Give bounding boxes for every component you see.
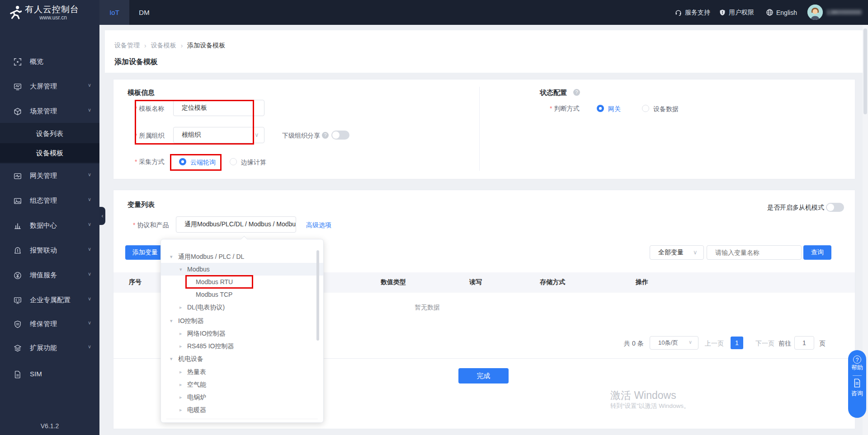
next-page-button[interactable]: 下一页	[755, 340, 774, 348]
tree-item-electromechanical[interactable]: 机电设备	[161, 352, 323, 365]
header-language[interactable]: English	[766, 0, 797, 25]
tree-item-dl-protocol[interactable]: DL(电表协议)	[161, 301, 323, 313]
tree-item-air-energy[interactable]: 空气能	[161, 378, 323, 391]
page-scrollbar-thumb[interactable]	[863, 28, 867, 114]
column-header-index: 序号	[129, 278, 142, 286]
sidebar-item-data-center[interactable]: 数据中心 ∨	[0, 216, 99, 236]
dropdown-scrollbar-thumb[interactable]	[316, 250, 319, 341]
header-service-support[interactable]: 服务支持	[675, 0, 710, 25]
share-toggle[interactable]	[331, 131, 349, 140]
tab-dm[interactable]: DM	[129, 0, 159, 25]
required-asterisk: *	[550, 105, 552, 112]
sidebar-item-bigscreen[interactable]: 大屏管理 ∨	[0, 77, 99, 97]
cube-icon	[14, 108, 22, 116]
radio-gateway-label[interactable]: 网关	[608, 105, 621, 113]
header-language-label: English	[776, 9, 797, 16]
document-icon[interactable]	[853, 379, 861, 388]
sidebar-item-alarm[interactable]: 报警联动 ∨	[0, 241, 99, 261]
goto-page-input[interactable]	[794, 336, 814, 350]
template-name-input[interactable]	[173, 100, 264, 116]
sidebar-item-configuration[interactable]: 组态管理 ∨	[0, 191, 99, 211]
sidebar-item-device-template[interactable]: 设备模板	[0, 143, 99, 163]
breadcrumb-device-template[interactable]: 设备模板	[151, 42, 176, 50]
caret-right-icon	[179, 327, 182, 340]
search-button[interactable]: 查询	[803, 245, 831, 260]
caret-down-icon	[170, 314, 173, 327]
share-help-icon[interactable]: ?	[322, 132, 329, 139]
breadcrumb-band: 设备管理 › 设备模板 › 添加设备模板	[105, 30, 863, 73]
tree-item-electric-boiler[interactable]: 电锅炉	[161, 391, 323, 403]
prev-page-button[interactable]: 上一页	[705, 340, 724, 348]
sidebar-item-extension[interactable]: 扩展功能 ∨	[0, 338, 99, 358]
radio-edge-computing[interactable]	[230, 158, 237, 165]
chevron-down-icon: ∨	[88, 221, 91, 227]
tab-iot[interactable]: IoT	[99, 0, 129, 25]
radio-cloud-polling-label[interactable]: 云端轮询	[190, 159, 216, 167]
radio-device-data-label[interactable]: 设备数据	[653, 105, 679, 113]
done-button[interactable]: 完成	[458, 368, 509, 384]
protocol-select[interactable]: 通用Modbus/PLC/DL / Modbus / Modbus RTU	[176, 216, 296, 233]
sidebar-submenu: 设备列表 设备模板	[0, 123, 99, 164]
tree-item-general-modbus[interactable]: 通用Modbus / PLC / DL	[161, 250, 323, 263]
required-asterisk: *	[135, 158, 137, 165]
bell-icon	[14, 247, 22, 255]
sidebar-item-enterprise[interactable]: 企业专属配置 ∨	[0, 290, 99, 310]
yen-circle-icon	[14, 271, 22, 280]
radio-edge-computing-label[interactable]: 边缘计算	[241, 159, 266, 167]
column-header-read-write: 读写	[469, 278, 482, 286]
tree-item-network-io[interactable]: 网络IO控制器	[161, 327, 323, 340]
avatar-image	[807, 5, 823, 20]
sidebar-item-device-list[interactable]: 设备列表	[0, 124, 99, 143]
page-size-select[interactable]: 10条/页	[650, 336, 698, 350]
multi-slave-toggle[interactable]	[826, 203, 844, 212]
breadcrumb-device-management[interactable]: 设备管理	[114, 42, 140, 50]
app-root: 有人云控制台 www.usr.cn IoT DM 服务支持 用户权限	[0, 0, 868, 435]
sidebar-item-value-added[interactable]: 增值服务 ∨	[0, 266, 99, 285]
org-select[interactable]: 根组织	[173, 127, 264, 143]
status-config-help-icon[interactable]: ?	[573, 89, 580, 96]
sidebar-collapse-handle[interactable]: ‹	[99, 207, 105, 225]
sidebar: 概览 大屏管理 ∨ 场景管理 ∨ 设备管理 ∧ 设备列	[0, 25, 99, 435]
help-button[interactable]: 帮助	[848, 364, 866, 372]
sidebar-item-sim[interactable]: SIM	[0, 365, 99, 384]
user-phone[interactable]: 1380000000	[826, 9, 862, 16]
tree-item-modbus[interactable]: Modbus	[161, 263, 323, 276]
globe-icon	[766, 9, 774, 16]
add-variable-button[interactable]: 添加变量	[125, 245, 165, 260]
consult-button[interactable]: 咨询	[848, 389, 866, 398]
sidebar-item-maintenance[interactable]: 维保管理 ∨	[0, 314, 99, 334]
radio-device-data[interactable]	[642, 105, 649, 112]
tree-item-io-controller[interactable]: IO控制器	[161, 314, 323, 327]
caret-right-icon	[179, 403, 182, 416]
sidebar-item-overview[interactable]: 概览	[0, 52, 99, 72]
chevron-down-icon: ∨	[88, 82, 91, 88]
tree-item-rs485-io[interactable]: RS485 IO控制器	[161, 340, 323, 352]
variable-filter-select[interactable]: 全部变量	[650, 245, 704, 260]
chevron-down-icon: ∨	[88, 296, 91, 302]
caret-right-icon	[179, 340, 182, 352]
header-user-permission[interactable]: 用户权限	[719, 0, 754, 25]
sidebar-item-scene[interactable]: 场景管理 ∨	[0, 102, 99, 122]
caret-right-icon	[179, 301, 182, 313]
tree-item-modbus-tcp[interactable]: Modbus TCP	[161, 288, 323, 301]
caret-down-icon	[179, 263, 182, 276]
tree-item-electric-heater[interactable]: 电暖器	[161, 403, 323, 416]
logo-subtitle: www.usr.cn	[25, 14, 81, 21]
radio-cloud-polling[interactable]	[179, 158, 186, 165]
tree-item-heat-meter[interactable]: 热量表	[161, 365, 323, 378]
sidebar-item-gateway[interactable]: 网关管理 ∨	[0, 166, 99, 186]
radio-gateway[interactable]	[597, 105, 604, 112]
variable-search-input[interactable]	[707, 245, 802, 260]
layers-icon	[14, 344, 22, 352]
page-number-1[interactable]: 1	[731, 337, 743, 349]
monitor-code-icon	[14, 296, 22, 304]
tree-item-modbus-rtu[interactable]: Modbus RTU	[161, 276, 323, 288]
protocol-label: *协议和产品	[133, 221, 169, 229]
logo-block[interactable]: 有人云控制台 www.usr.cn	[0, 0, 99, 25]
help-question-icon[interactable]: ?	[853, 355, 861, 364]
avatar[interactable]	[807, 5, 823, 20]
goto-label: 前往	[778, 340, 791, 348]
advanced-options-link[interactable]: 高级选项	[306, 221, 331, 229]
caret-down-icon	[170, 250, 173, 263]
dropdown-bottom-divider	[166, 419, 318, 419]
